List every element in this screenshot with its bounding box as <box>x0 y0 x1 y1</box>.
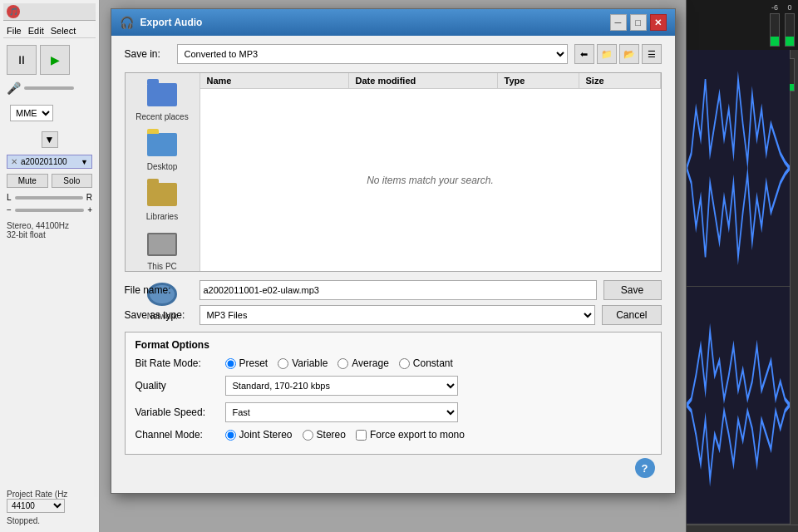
bitrate-mode-label: Bit Rate Mode: <box>135 357 219 369</box>
toolbar-icons: ⬅ 📁 📂 ☰ <box>574 44 662 64</box>
menu-edit[interactable]: Edit <box>28 26 44 36</box>
view-icon[interactable]: ☰ <box>642 44 662 64</box>
play-button[interactable]: ▶ <box>40 45 70 75</box>
scrollbar-v[interactable] <box>790 50 798 525</box>
nav-recent-places[interactable]: Recent places <box>127 76 198 125</box>
browser-sidebar: Recent places Desktop Libr <box>126 73 200 271</box>
arrow-down-icon[interactable]: ▼ <box>42 131 58 148</box>
project-rate-select[interactable]: 44100 <box>7 499 65 513</box>
volume-slider-bar[interactable] <box>15 209 84 212</box>
pause-button[interactable]: ⏸ <box>7 45 37 75</box>
radio-preset-input[interactable] <box>225 358 236 369</box>
channel-mode-label: Channel Mode: <box>135 429 219 441</box>
force-mono-option[interactable]: Force export to mono <box>356 429 465 441</box>
help-button[interactable]: ? <box>635 458 655 478</box>
variable-speed-row: Variable Speed: Fast Standard Slow <box>135 402 651 422</box>
track-buttons: Mute Solo <box>7 174 92 188</box>
variable-speed-select[interactable]: Fast Standard Slow <box>225 402 458 422</box>
app-header: 🎵 <box>3 3 96 21</box>
radio-variable[interactable]: Variable <box>278 357 328 369</box>
browser-columns: Name Date modified Type Size <box>200 73 661 89</box>
maximize-button[interactable]: □ <box>630 14 647 31</box>
savetype-label: Save as type: <box>125 309 200 321</box>
waveform-track-1 <box>687 50 790 287</box>
dialog-title-left: 🎧 Export Audio <box>120 16 203 29</box>
dialog-body: Save in: Converted to MP3 ⬅ 📁 📂 ☰ <box>111 36 675 493</box>
bitrate-mode-group: Preset Variable Average <box>225 357 453 369</box>
radio-preset[interactable]: Preset <box>225 357 268 369</box>
radio-average-label: Average <box>352 357 388 369</box>
quality-row: Quality Standard, 170-210 kbps <box>135 376 651 396</box>
mic-slider[interactable] <box>24 86 74 90</box>
menu-file[interactable]: File <box>7 26 22 36</box>
nav-this-pc-label: This PC <box>147 262 177 271</box>
solo-button[interactable]: Solo <box>52 174 93 188</box>
waveform-track-2 <box>687 287 790 524</box>
savetype-select[interactable]: MP3 Files <box>200 305 596 325</box>
lr-slider: L R − + <box>7 193 92 214</box>
minimize-button[interactable]: ─ <box>610 14 627 31</box>
meter-bar-r1 <box>785 13 795 47</box>
new-folder-icon[interactable]: 📂 <box>619 44 639 64</box>
radio-stereo-input[interactable] <box>303 430 313 441</box>
save-in-select[interactable]: Converted to MP3 <box>177 44 568 64</box>
waveform-area <box>687 50 798 525</box>
device-select[interactable]: MME <box>10 105 53 121</box>
right-panel: -6 -6 0 0 <box>686 0 798 532</box>
radio-variable-input[interactable] <box>278 358 288 369</box>
nav-libraries[interactable]: Libraries <box>127 176 198 224</box>
nav-desktop-label: Desktop <box>147 162 178 171</box>
nav-desktop[interactable]: Desktop <box>127 126 198 175</box>
radio-average-input[interactable] <box>337 358 348 369</box>
libraries-icon <box>145 180 179 209</box>
col-name[interactable]: Name <box>200 73 349 88</box>
dialog-titlebar: 🎧 Export Audio ─ □ ✕ <box>111 9 675 36</box>
radio-stereo[interactable]: Stereo <box>303 429 346 441</box>
channel-mode-row: Channel Mode: Joint Stereo Stereo <box>135 429 651 441</box>
lr-slider-bar[interactable] <box>15 196 83 200</box>
quality-select[interactable]: Standard, 170-210 kbps <box>225 376 458 396</box>
cancel-button[interactable]: Cancel <box>602 305 661 325</box>
main-area: 🎧 Export Audio ─ □ ✕ Save in: Converted … <box>100 0 686 532</box>
waveform-svg-2 <box>687 287 790 523</box>
save-in-label: Save in: <box>125 48 170 60</box>
menu-select[interactable]: Select <box>51 26 76 36</box>
nav-libraries-label: Libraries <box>146 212 178 221</box>
svg-rect-1 <box>687 287 790 523</box>
plus-label: + <box>87 205 92 214</box>
transport-controls: ⏸ ▶ <box>3 42 96 78</box>
right-label: R <box>86 193 92 202</box>
track-name: a200201100 <box>21 157 81 166</box>
status-text: Stopped. <box>7 516 92 525</box>
radio-constant[interactable]: Constant <box>399 357 453 369</box>
mute-button[interactable]: Mute <box>7 174 48 188</box>
back-icon[interactable]: ⬅ <box>574 44 594 64</box>
scrollbar-h[interactable] <box>687 525 798 532</box>
nav-recent-label: Recent places <box>135 112 188 121</box>
radio-joint-stereo[interactable]: Joint Stereo <box>225 429 293 441</box>
dialog-title: Export Audio <box>140 17 203 28</box>
track-chevron-icon[interactable]: ▼ <box>81 158 88 166</box>
close-button[interactable]: ✕ <box>650 14 667 31</box>
force-mono-checkbox[interactable] <box>356 430 367 441</box>
up-folder-icon[interactable]: 📁 <box>597 44 617 64</box>
filename-input[interactable] <box>200 280 597 300</box>
savetype-row: Save as type: MP3 Files Cancel <box>125 305 662 325</box>
radio-joint-stereo-label: Joint Stereo <box>239 429 293 441</box>
format-options-title: Format Options <box>135 339 651 351</box>
radio-joint-stereo-input[interactable] <box>225 430 236 441</box>
col-date[interactable]: Date modified <box>349 73 498 88</box>
meter-label-r1: 0 <box>787 3 791 12</box>
mic-row: 🎤 <box>3 78 96 98</box>
radio-constant-input[interactable] <box>399 358 410 369</box>
meter-bar-l1 <box>770 13 780 47</box>
col-size[interactable]: Size <box>579 73 661 88</box>
left-label: L <box>7 193 12 202</box>
track-close-icon[interactable]: ✕ <box>11 157 17 166</box>
radio-variable-label: Variable <box>292 357 328 369</box>
nav-this-pc[interactable]: This PC <box>127 226 198 274</box>
minus-label: − <box>7 205 12 214</box>
radio-average[interactable]: Average <box>337 357 388 369</box>
col-type[interactable]: Type <box>498 73 579 88</box>
save-button[interactable]: Save <box>603 280 662 300</box>
